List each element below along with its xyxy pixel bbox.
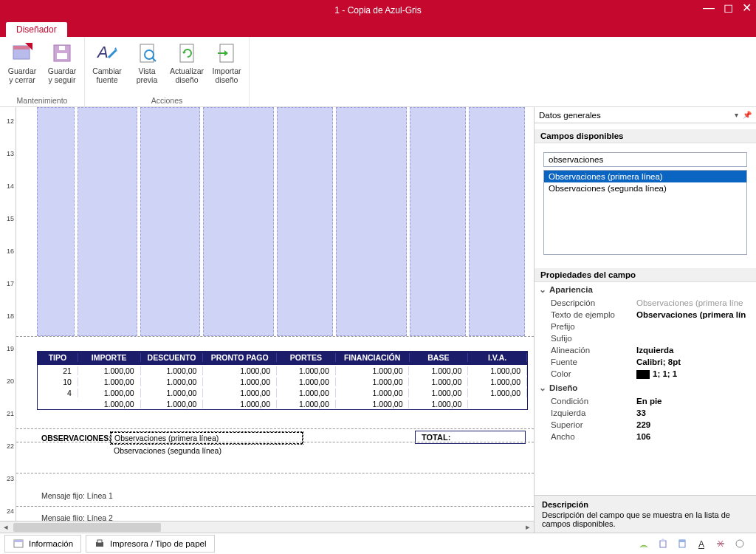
observations-line2-field[interactable]: Observaciones (segunda línea) — [111, 445, 303, 456]
preview-button[interactable]: Vista previa — [129, 40, 165, 95]
property-row[interactable]: CondiciónEn pie — [535, 395, 756, 407]
table-cell: 1.000,00 — [78, 377, 141, 386]
info-tab[interactable]: Información — [4, 535, 81, 553]
maximize-button[interactable]: ◻ — [724, 2, 733, 14]
property-row[interactable]: Ancho106 — [535, 431, 756, 442]
column-header: BASE — [410, 353, 469, 362]
chevron-down-icon: ⌄ — [539, 284, 549, 295]
property-row[interactable]: Izquierda33 — [535, 407, 756, 419]
update-design-button[interactable]: Actualizar diseño — [169, 40, 205, 95]
property-key: Sufijo — [551, 334, 636, 343]
property-key: Descripción — [551, 298, 636, 307]
ruler-tick: 22 — [7, 442, 14, 450]
property-row[interactable]: Texto de ejemploObservaciones (primera l… — [535, 309, 756, 321]
table-cell: 1.000,00 — [277, 377, 336, 386]
property-row[interactable]: Sufijo — [535, 332, 756, 344]
property-row[interactable]: Prefijo — [535, 321, 756, 332]
fixed-message-1[interactable]: Mensaje fijo: Línea 1 — [41, 491, 113, 500]
property-value[interactable]: Observaciones (primera lín — [636, 310, 756, 319]
scroll-right-icon[interactable]: ▸ — [522, 521, 534, 533]
property-value[interactable]: 229 — [636, 420, 756, 429]
category-appearance[interactable]: ⌄Apariencia — [535, 282, 756, 297]
category-design[interactable]: ⌄Diseño — [535, 380, 756, 395]
table-cell: 10 — [38, 377, 78, 386]
svg-rect-4 — [59, 46, 65, 50]
property-row[interactable]: DescripciónObservaciones (primera líne — [535, 297, 756, 309]
panel-dropdown[interactable]: Datos generales ▾📌 — [535, 107, 756, 123]
ruler-tick: 18 — [7, 312, 14, 320]
ruler-tick: 21 — [7, 410, 14, 417]
printer-icon — [94, 538, 106, 550]
property-key: Condición — [551, 397, 636, 406]
import-design-button[interactable]: Importar diseño — [209, 40, 244, 95]
ribbon-label: Guardar y seguir — [46, 66, 78, 84]
scroll-left-icon[interactable]: ◂ — [0, 521, 12, 533]
save-continue-button[interactable]: Guardar y seguir — [44, 40, 80, 95]
property-value[interactable]: Calibri; 8pt — [636, 358, 756, 366]
status-bar: Información Impresora / Tipo de papel A — [0, 533, 756, 554]
property-value[interactable]: En pie — [636, 397, 756, 406]
table-cell: 1.000,00 — [468, 366, 527, 375]
ruler-tick: 15 — [7, 215, 14, 222]
fixed-message-2[interactable]: Mensaje fijo: Línea 2 — [41, 513, 113, 521]
ruler-tick: 13 — [7, 150, 14, 157]
property-value[interactable]: 106 — [636, 432, 756, 441]
info-tab-label: Información — [29, 539, 73, 548]
property-key: Color — [551, 369, 636, 379]
property-row[interactable]: AlineaciónIzquierda — [535, 344, 756, 356]
status-icon-4[interactable]: A — [695, 538, 707, 550]
printer-tab[interactable]: Impresora / Tipo de papel — [86, 535, 214, 553]
table-cell: 1.000,00 — [78, 400, 141, 408]
property-value[interactable] — [636, 334, 756, 343]
properties-panel: Datos generales ▾📌 Campos disponibles Ob… — [535, 107, 756, 533]
save-close-button[interactable]: Guardar y cerrar — [4, 40, 40, 95]
chevron-down-icon: ▾ — [735, 111, 738, 119]
property-value[interactable]: Izquierda — [636, 346, 756, 355]
table-cell: 1.000,00 — [336, 400, 410, 408]
minimize-button[interactable]: — — [703, 2, 715, 14]
property-value[interactable]: Observaciones (primera líne — [636, 298, 756, 307]
property-value[interactable] — [636, 322, 756, 331]
horizontal-scrollbar[interactable]: ◂ ▸ — [0, 521, 534, 533]
column-header: I.V.A. — [468, 353, 527, 362]
table-row: 101.000,001.000,001.000,001.000,001.000,… — [38, 376, 527, 387]
status-icon-3[interactable] — [676, 538, 688, 550]
status-icon-1[interactable] — [638, 538, 650, 550]
scroll-thumb[interactable] — [13, 523, 161, 532]
svg-point-18 — [736, 540, 743, 547]
field-properties-header: Propiedades del campo — [535, 268, 756, 282]
table-cell: 1.000,00 — [409, 389, 468, 397]
svg-rect-1 — [13, 46, 30, 49]
status-icon-2[interactable] — [657, 538, 669, 550]
description-title: Descripción — [542, 500, 749, 509]
ribbon-tabs: Diseñador — [0, 20, 756, 37]
table-cell: 1.000,00 — [277, 400, 336, 408]
table-cell: 1.000,00 — [277, 366, 336, 375]
field-search-input[interactable] — [543, 152, 747, 167]
close-button[interactable]: ✕ — [742, 2, 752, 14]
table-row: 41.000,001.000,001.000,001.000,001.000,0… — [38, 387, 527, 398]
property-grid[interactable]: ⌄Apariencia DescripciónObservaciones (pr… — [535, 282, 756, 495]
table-cell: 1.000,00 — [203, 389, 277, 397]
table-cell: 1.000,00 — [468, 377, 527, 386]
property-row[interactable]: Color1; 1; 1 — [535, 368, 756, 380]
field-list-item[interactable]: Observaciones (primera línea) — [544, 171, 746, 182]
tab-designer[interactable]: Diseñador — [6, 22, 67, 37]
description-text: Descripción del campo que se muestra en … — [542, 510, 749, 528]
property-value[interactable]: 33 — [636, 408, 756, 417]
field-list[interactable]: Observaciones (primera línea)Observacion… — [543, 170, 747, 255]
field-list-item[interactable]: Observaciones (segunda línea) — [544, 182, 746, 194]
property-row[interactable]: FuenteCalibri; 8pt — [535, 356, 756, 368]
status-icon-6[interactable] — [734, 538, 746, 550]
table-cell: 1.000,00 — [203, 366, 277, 375]
column-header: FINANCIACIÓN — [336, 353, 410, 362]
property-value[interactable]: 1; 1; 1 — [636, 369, 756, 379]
status-icon-5[interactable] — [715, 538, 726, 550]
design-canvas[interactable]: TIPOIMPORTEDESCUENTOPRONTO PAGOPORTESFIN… — [16, 107, 534, 521]
property-row[interactable]: Superior229 — [535, 419, 756, 431]
pin-icon[interactable]: 📌 — [743, 111, 752, 119]
change-font-button[interactable]: A Cambiar fuente — [89, 40, 125, 95]
ruler-tick: 19 — [7, 345, 14, 352]
printer-tab-label: Impresora / Tipo de papel — [110, 539, 206, 548]
ribbon-label: Cambiar fuente — [91, 66, 123, 84]
